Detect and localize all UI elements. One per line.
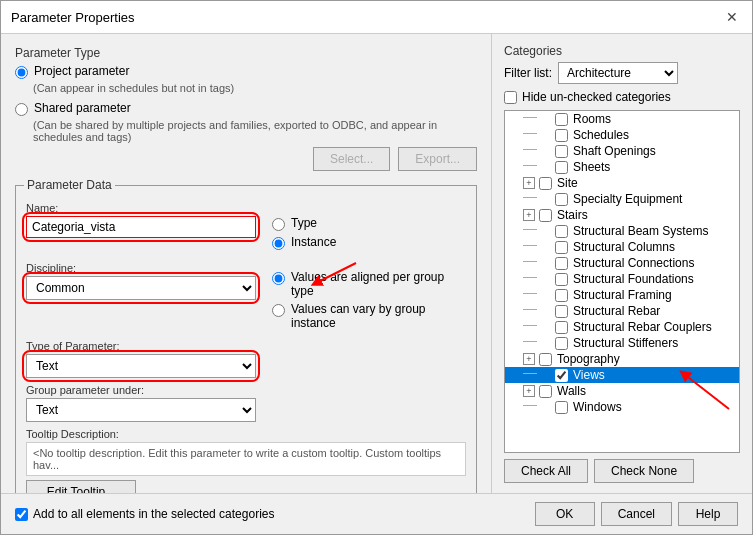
edit-tooltip-button[interactable]: Edit Tooltip... bbox=[26, 480, 136, 493]
expand-icon[interactable]: + bbox=[523, 209, 535, 221]
dialog-title: Parameter Properties bbox=[11, 10, 135, 25]
tree-item-checkbox-windows[interactable] bbox=[555, 401, 568, 414]
categories-label: Categories bbox=[504, 44, 740, 58]
values-aligned-radio[interactable] bbox=[272, 272, 285, 285]
cancel-button[interactable]: Cancel bbox=[601, 502, 672, 526]
tree-indent-icon bbox=[523, 277, 537, 285]
tree-indent-icon bbox=[523, 229, 537, 237]
tree-item-topography[interactable]: +Topography bbox=[505, 351, 739, 367]
tree-item-label-site: Site bbox=[557, 176, 578, 190]
tree-item-site[interactable]: +Site bbox=[505, 175, 739, 191]
tree-item-label-walls: Walls bbox=[557, 384, 586, 398]
tree-item-views[interactable]: Views bbox=[505, 367, 739, 383]
tree-item-structural-rebar-couplers[interactable]: Structural Rebar Couplers bbox=[505, 319, 739, 335]
tree-item-label-schedules: Schedules bbox=[573, 128, 629, 142]
tree-item-structural-framing[interactable]: Structural Framing bbox=[505, 287, 739, 303]
tree-item-checkbox-structural-rebar-couplers[interactable] bbox=[555, 321, 568, 334]
hide-unchecked-label: Hide un-checked categories bbox=[522, 90, 671, 104]
filter-row: Filter list: Architecture Structure Mech… bbox=[504, 62, 740, 84]
discipline-label: Discipline: bbox=[26, 262, 256, 274]
tree-indent-icon bbox=[523, 245, 537, 253]
tree-item-structural-beam-systems[interactable]: Structural Beam Systems bbox=[505, 223, 739, 239]
tooltip-text: <No tooltip description. Edit this param… bbox=[26, 442, 466, 476]
values-aligned-label: Values are aligned per group type bbox=[291, 270, 466, 298]
tree-item-shaft-openings[interactable]: Shaft Openings bbox=[505, 143, 739, 159]
tree-item-checkbox-structural-rebar[interactable] bbox=[555, 305, 568, 318]
help-button[interactable]: Help bbox=[678, 502, 738, 526]
tree-item-checkbox-specialty-equipment[interactable] bbox=[555, 193, 568, 206]
tree-item-checkbox-structural-foundations[interactable] bbox=[555, 273, 568, 286]
tree-indent-icon bbox=[523, 149, 537, 157]
tree-item-checkbox-rooms[interactable] bbox=[555, 113, 568, 126]
tree-item-label-structural-foundations: Structural Foundations bbox=[573, 272, 694, 286]
tree-item-structural-stiffeners[interactable]: Structural Stiffeners bbox=[505, 335, 739, 351]
tree-item-label-structural-stiffeners: Structural Stiffeners bbox=[573, 336, 678, 350]
tree-item-checkbox-schedules[interactable] bbox=[555, 129, 568, 142]
tree-item-rooms[interactable]: Rooms bbox=[505, 111, 739, 127]
tree-item-structural-foundations[interactable]: Structural Foundations bbox=[505, 271, 739, 287]
type-param-row: Type of Parameter: Text Integer Number L… bbox=[26, 334, 466, 378]
filter-dropdown[interactable]: Architecture Structure Mechanical Electr… bbox=[558, 62, 678, 84]
add-to-all-label: Add to all elements in the selected cate… bbox=[33, 507, 274, 521]
tree-item-checkbox-views[interactable] bbox=[555, 369, 568, 382]
tree-item-structural-connections[interactable]: Structural Connections bbox=[505, 255, 739, 271]
tree-item-stairs[interactable]: +Stairs bbox=[505, 207, 739, 223]
tree-item-checkbox-site[interactable] bbox=[539, 177, 552, 190]
select-button[interactable]: Select... bbox=[313, 147, 390, 171]
tree-item-structural-rebar[interactable]: Structural Rebar bbox=[505, 303, 739, 319]
tree-item-checkbox-structural-connections[interactable] bbox=[555, 257, 568, 270]
tree-item-checkbox-walls[interactable] bbox=[539, 385, 552, 398]
tree-item-label-structural-connections: Structural Connections bbox=[573, 256, 694, 270]
check-all-button[interactable]: Check All bbox=[504, 459, 588, 483]
footer-left: Add to all elements in the selected cate… bbox=[15, 507, 529, 521]
tree-indent-icon bbox=[523, 261, 537, 269]
tree-item-sheets[interactable]: Sheets bbox=[505, 159, 739, 175]
expand-icon[interactable]: + bbox=[523, 353, 535, 365]
hide-unchecked-checkbox[interactable] bbox=[504, 91, 517, 104]
ok-button[interactable]: OK bbox=[535, 502, 595, 526]
type-param-col: Type of Parameter: Text Integer Number L… bbox=[26, 334, 256, 378]
group-parameter-dropdown[interactable]: Text Data Dimensions Analysis Results bbox=[26, 398, 256, 422]
type-of-parameter-dropdown[interactable]: Text Integer Number Length Area bbox=[26, 354, 256, 378]
export-button[interactable]: Export... bbox=[398, 147, 477, 171]
tree-item-checkbox-stairs[interactable] bbox=[539, 209, 552, 222]
shared-parameter-label: Shared parameter bbox=[34, 101, 131, 115]
tree-item-checkbox-sheets[interactable] bbox=[555, 161, 568, 174]
tree-item-checkbox-shaft-openings[interactable] bbox=[555, 145, 568, 158]
project-parameter-radio[interactable] bbox=[15, 66, 28, 79]
values-vary-radio[interactable] bbox=[272, 304, 285, 317]
instance-radio[interactable] bbox=[272, 237, 285, 250]
tree-item-schedules[interactable]: Schedules bbox=[505, 127, 739, 143]
type-radio[interactable] bbox=[272, 218, 285, 231]
project-parameter-desc: (Can appear in schedules but not in tags… bbox=[15, 82, 477, 94]
parameter-data-group: Parameter Data Name: bbox=[15, 185, 477, 493]
check-none-button[interactable]: Check None bbox=[594, 459, 694, 483]
tree-item-checkbox-topography[interactable] bbox=[539, 353, 552, 366]
project-parameter-label: Project parameter bbox=[34, 64, 129, 78]
tree-item-checkbox-structural-beam-systems[interactable] bbox=[555, 225, 568, 238]
tree-item-checkbox-structural-columns[interactable] bbox=[555, 241, 568, 254]
expand-icon[interactable]: + bbox=[523, 177, 535, 189]
expand-icon[interactable]: + bbox=[523, 385, 535, 397]
dialog-body: Parameter Type Project parameter (Can ap… bbox=[1, 34, 752, 493]
tree-item-checkbox-structural-stiffeners[interactable] bbox=[555, 337, 568, 350]
tree-item-checkbox-structural-framing[interactable] bbox=[555, 289, 568, 302]
discipline-dropdown[interactable]: Common Structural HVAC Electrical Piping bbox=[26, 276, 256, 300]
tree-item-structural-columns[interactable]: Structural Columns bbox=[505, 239, 739, 255]
hide-unchecked-row: Hide un-checked categories bbox=[504, 90, 740, 104]
name-input[interactable] bbox=[26, 216, 256, 238]
tree-item-specialty-equipment[interactable]: Specialty Equipment bbox=[505, 191, 739, 207]
close-button[interactable]: ✕ bbox=[722, 7, 742, 27]
add-to-all-checkbox[interactable] bbox=[15, 508, 28, 521]
values-aligned-row: Values are aligned per group type bbox=[272, 270, 466, 298]
tree-item-label-views: Views bbox=[573, 368, 605, 382]
left-panel: Parameter Type Project parameter (Can ap… bbox=[1, 34, 491, 493]
select-export-buttons: Select... Export... bbox=[15, 147, 477, 171]
tree-item-label-rooms: Rooms bbox=[573, 112, 611, 126]
tree-item-label-specialty-equipment: Specialty Equipment bbox=[573, 192, 682, 206]
tree-item-walls[interactable]: +Walls bbox=[505, 383, 739, 399]
tree-item-windows[interactable]: Windows bbox=[505, 399, 739, 415]
parameter-type-radio-group: Project parameter (Can appear in schedul… bbox=[15, 64, 477, 143]
check-buttons-row: Check All Check None bbox=[504, 459, 740, 483]
shared-parameter-radio[interactable] bbox=[15, 103, 28, 116]
